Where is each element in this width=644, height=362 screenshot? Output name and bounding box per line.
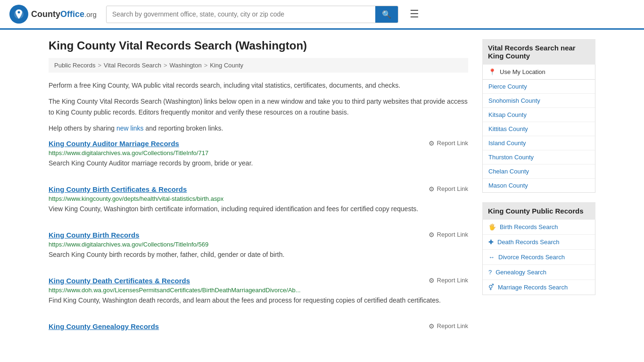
public-records-icon: ⚥ (488, 284, 494, 291)
report-link-icon: ⚙ (429, 231, 435, 239)
nearby-county-item: Chelan County (483, 165, 595, 179)
record-header: King County Birth Records ⚙ Report Link (49, 231, 468, 239)
nearby-county-link[interactable]: Kitsap County (483, 108, 595, 122)
svg-point-1 (18, 11, 20, 14)
record-header: King County Genealogy Records ⚙ Report L… (49, 322, 468, 330)
search-input[interactable] (107, 7, 375, 22)
public-records-icon: 🖐 (488, 223, 496, 230)
public-records-label: Birth Records Search (500, 223, 558, 230)
header: CountyOffice.org 🔍 ☰ (0, 0, 644, 30)
public-records-link[interactable]: ? Genealogy Search (483, 265, 595, 280)
search-bar: 🔍 (106, 6, 398, 23)
nearby-county-item: Thurston County (483, 150, 595, 165)
nearby-county-link[interactable]: Thurston County (483, 150, 595, 164)
report-link[interactable]: ⚙ Report Link (429, 231, 468, 239)
nearby-county-link[interactable]: Kittitas County (483, 122, 595, 136)
public-records-icon: ↔ (488, 254, 495, 261)
report-link-label: Report Link (437, 231, 468, 238)
public-records-item: ? Genealogy Search (483, 265, 595, 280)
breadcrumb-vital-records-search[interactable]: Vital Records Search (104, 62, 161, 69)
nearby-county-item: Island County (483, 136, 595, 150)
record-desc: Search King County Auditor marriage reco… (49, 158, 468, 168)
public-records-label: Death Records Search (497, 239, 560, 246)
public-records-label: Divorce Records Search (498, 254, 565, 261)
main-content: King County Vital Records Search (Washin… (39, 30, 605, 359)
report-link[interactable]: ⚙ Report Link (429, 140, 468, 147)
nearby-county-link[interactable]: Snohomish County (483, 94, 595, 107)
page-title: King County Vital Records Search (Washin… (49, 39, 468, 52)
records-list: King County Auditor Marriage Records ⚙ R… (49, 140, 468, 337)
logo-icon (9, 5, 28, 24)
breadcrumb-washington[interactable]: Washington (170, 62, 202, 69)
public-records-link[interactable]: 🖐 Birth Records Search (483, 220, 595, 234)
report-link-label: Report Link (437, 277, 468, 284)
report-link-label: Report Link (437, 185, 468, 192)
record-header: King County Auditor Marriage Records ⚙ R… (49, 140, 468, 148)
report-link-icon: ⚙ (429, 277, 435, 284)
record-desc: Find King County, Washington death recor… (49, 296, 468, 305)
nearby-county-item: Kitsap County (483, 108, 595, 122)
public-records-section: King County Public Records 🖐 Birth Recor… (482, 202, 595, 295)
menu-button[interactable]: ☰ (408, 6, 421, 22)
record-url[interactable]: https://www.kingcounty.gov/depts/health/… (49, 195, 468, 202)
public-records-item: 🖐 Birth Records Search (483, 220, 595, 235)
report-link-icon: ⚙ (429, 322, 435, 330)
report-link-icon: ⚙ (429, 140, 435, 147)
nearby-county-link[interactable]: Island County (483, 136, 595, 150)
public-records-link[interactable]: ✚ Death Records Search (483, 235, 595, 249)
nearby-county-list: Pierce CountySnohomish CountyKitsap Coun… (482, 80, 595, 193)
public-records-link[interactable]: ↔ Divorce Records Search (483, 250, 595, 264)
public-records-link[interactable]: ⚥ Marriage Records Search (483, 280, 595, 295)
description-para1: Perform a free King County, WA public vi… (49, 80, 468, 90)
description-para2: The King County Vital Records Search (Wa… (49, 96, 468, 117)
breadcrumb-king-county[interactable]: King County (210, 62, 243, 69)
record-title[interactable]: King County Birth Records (49, 231, 140, 239)
public-records-item: ↔ Divorce Records Search (483, 250, 595, 265)
breadcrumb: Public Records > Vital Records Search > … (49, 58, 468, 73)
public-records-icon: ✚ (488, 239, 494, 246)
nearby-county-link[interactable]: Pierce County (483, 80, 595, 93)
record-url[interactable]: https://www.doh.wa.gov/LicensesPermitsan… (49, 287, 468, 294)
nearby-county-item: Kittitas County (483, 122, 595, 136)
public-records-item: ✚ Death Records Search (483, 235, 595, 250)
record-desc: Search King County birth records by moth… (49, 250, 468, 260)
report-link[interactable]: ⚙ Report Link (429, 185, 468, 193)
record-header: King County Death Certificates & Records… (49, 277, 468, 285)
breadcrumb-public-records[interactable]: Public Records (54, 62, 95, 69)
report-link[interactable]: ⚙ Report Link (429, 322, 468, 330)
nearby-section: Vital Records Search near King County 📍 … (482, 39, 595, 193)
record-item: King County Death Certificates & Records… (49, 277, 468, 310)
nearby-county-link[interactable]: Mason County (483, 179, 595, 192)
search-button[interactable]: 🔍 (375, 6, 398, 23)
nearby-county-link[interactable]: Chelan County (483, 165, 595, 178)
report-link-label: Report Link (437, 140, 468, 147)
description-para3: Help others by sharing new links and rep… (49, 123, 468, 133)
record-title[interactable]: King County Genealogy Records (49, 322, 159, 330)
public-records-item: ⚥ Marriage Records Search (483, 280, 595, 295)
public-records-icon: ? (488, 269, 492, 276)
record-item: King County Auditor Marriage Records ⚙ R… (49, 140, 468, 173)
logo-link[interactable]: CountyOffice.org (9, 5, 97, 24)
public-records-list: 🖐 Birth Records Search ✚ Death Records S… (482, 220, 595, 295)
record-title[interactable]: King County Birth Certificates & Records (49, 185, 187, 193)
sidebar: Vital Records Search near King County 📍 … (482, 39, 595, 349)
nearby-county-item: Pierce County (483, 80, 595, 94)
record-item: King County Birth Certificates & Records… (49, 185, 468, 219)
use-my-location[interactable]: 📍 Use My Location (482, 65, 595, 80)
record-header: King County Birth Certificates & Records… (49, 185, 468, 193)
logo-text: CountyOffice.org (31, 9, 97, 19)
record-title[interactable]: King County Auditor Marriage Records (49, 140, 179, 148)
nearby-header: Vital Records Search near King County (482, 39, 595, 65)
nearby-county-item: Snohomish County (483, 94, 595, 108)
left-content: King County Vital Records Search (Washin… (49, 39, 468, 349)
record-item: King County Genealogy Records ⚙ Report L… (49, 322, 468, 337)
record-title[interactable]: King County Death Certificates & Records (49, 277, 190, 285)
record-desc: View King County, Washington birth certi… (49, 204, 468, 214)
report-link[interactable]: ⚙ Report Link (429, 277, 468, 284)
record-url[interactable]: https://www.digitalarchives.wa.gov/Colle… (49, 149, 468, 156)
nearby-county-item: Mason County (483, 179, 595, 192)
new-links-link[interactable]: new links (116, 124, 144, 132)
record-url[interactable]: https://www.digitalarchives.wa.gov/Colle… (49, 241, 468, 248)
use-location-label: Use My Location (500, 68, 545, 75)
record-item: King County Birth Records ⚙ Report Link … (49, 231, 468, 264)
